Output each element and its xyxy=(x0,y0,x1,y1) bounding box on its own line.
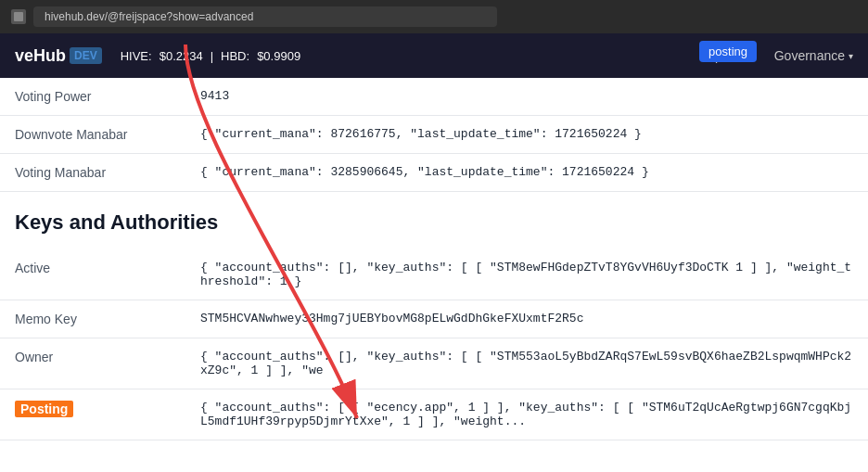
svg-rect-0 xyxy=(14,12,23,21)
table-row-posting: Posting { "account_auths": [ [ "ecency.a… xyxy=(0,389,868,440)
keys-table: Active { "account_auths": [], "key_auths… xyxy=(0,249,868,440)
hbd-label: HBD: xyxy=(221,49,249,63)
hive-price: $0.2234 xyxy=(160,49,203,63)
logo-text: veHub xyxy=(15,46,66,66)
row-label: Voting Power xyxy=(0,78,185,116)
hbd-price: $0.9909 xyxy=(257,49,300,63)
row-value: { "account_auths": [], "key_auths": [ [ … xyxy=(185,249,868,300)
row-value: 9413 xyxy=(185,78,868,116)
main-content: Voting Power 9413 Downvote Manabar { "cu… xyxy=(0,78,868,440)
logo-dev-badge: DEV xyxy=(70,47,102,64)
browser-bar: hivehub.dev/@freijspace?show=advanced xyxy=(0,0,868,33)
governance-label: Governance xyxy=(774,48,845,63)
browser-url-bar[interactable]: hivehub.dev/@freijspace?show=advanced xyxy=(33,6,497,27)
browser-icon xyxy=(11,9,26,24)
row-value: { "current_mana": 3285906645, "last_upda… xyxy=(185,154,868,192)
keys-section-heading: Keys and Authorities xyxy=(0,192,868,249)
table-row: Voting Power 9413 xyxy=(0,78,868,116)
row-label: Active xyxy=(0,249,185,300)
row-label: Memo Key xyxy=(0,300,185,338)
table-row: Downvote Manabar { "current_mana": 87261… xyxy=(0,116,868,154)
posting-label-cell: Posting xyxy=(0,389,185,440)
table-row: Active { "account_auths": [], "key_auths… xyxy=(0,249,868,300)
site-logo[interactable]: veHub DEV xyxy=(15,46,102,66)
row-value: STM5HCVANwhwey33Hmg7jUEBYbovMG8pELwGdDhG… xyxy=(185,300,868,338)
table-row: Memo Key STM5HCVANwhwey33Hmg7jUEBYbovMG8… xyxy=(0,300,868,338)
table-row: Owner { "account_auths": [], "key_auths"… xyxy=(0,338,868,389)
hive-label: HIVE: xyxy=(121,49,152,63)
price-display: HIVE: $0.2234 | HBD: $0.9909 xyxy=(121,49,300,63)
chevron-down-icon: ▾ xyxy=(849,51,853,61)
row-label: Owner xyxy=(0,338,185,389)
governance-menu[interactable]: Governance ▾ xyxy=(774,48,853,63)
posting-tooltip: posting xyxy=(699,41,757,62)
account-data-table: Voting Power 9413 Downvote Manabar { "cu… xyxy=(0,78,868,192)
row-value: { "account_auths": [], "key_auths": [ [ … xyxy=(185,338,868,389)
price-divider: | xyxy=(211,49,213,63)
posting-value: { "account_auths": [ [ "ecency.app", 1 ]… xyxy=(185,389,868,440)
row-value: { "current_mana": 872616775, "last_updat… xyxy=(185,116,868,154)
row-label: Voting Manabar xyxy=(0,154,185,192)
posting-label-badge: Posting xyxy=(15,401,73,417)
row-label: Downvote Manabar xyxy=(0,116,185,154)
table-row: Voting Manabar { "current_mana": 3285906… xyxy=(0,154,868,192)
